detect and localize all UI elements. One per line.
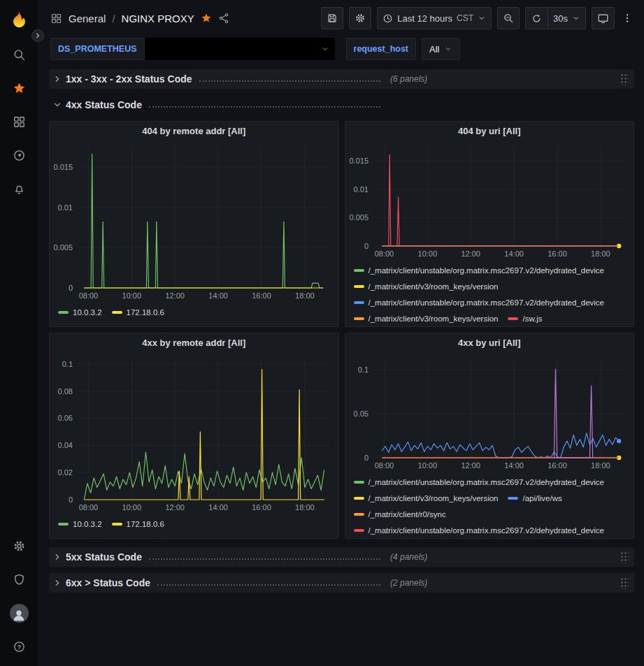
sidebar-item-dashboards[interactable] [0,105,38,138]
sidebar-item-configuration[interactable] [0,529,38,563]
legend-item[interactable]: 172.18.0.6 [112,304,164,320]
time-series-plot[interactable]: 08:0010:0012:0014:0016:0018:0000.050.1 [345,353,634,472]
row-drag-handle[interactable] [620,551,629,563]
legend-label: /_matrix/client/unstable/org.matrix.msc2… [368,526,605,535]
legend-item[interactable]: /_matrix/client/unstable/org.matrix.msc2… [354,474,605,490]
breadcrumb-folder[interactable]: General [69,13,106,24]
row-title: 6xx > Status Code [66,577,150,588]
legend-item[interactable]: /_matrix/client/unstable/org.matrix.msc2… [354,262,605,278]
favorite-star-button[interactable] [201,13,212,24]
breadcrumb-dashboard-title[interactable]: NGINX PROXY [122,13,194,24]
row-title: 4xx Status Code [66,99,142,110]
request-host-variable-dropdown[interactable]: All [422,38,460,60]
star-icon [13,82,26,95]
legend-swatch [508,317,518,320]
panel-404-by-uri: 404 by uri [All] 08:0010:0012:0014:0016:… [345,121,635,327]
legend-label: /api/live/ws [522,494,561,502]
legend-item[interactable]: /_matrix/client/v3/room_keys/version [354,490,499,506]
panel-404-by-remote-addr: 404 by remote addr [All] 08:0010:0012:00… [49,121,339,327]
sidebar-item-profile[interactable] [0,596,38,630]
datasource-variable-dropdown[interactable] [145,38,335,60]
topbar-actions: Last 12 hours CST 30s [321,7,634,29]
row-toggle-5xx[interactable]: 5xx Status Code (4 panels) [49,547,634,567]
row-title: 1xx - 3xx - 2xx Status Code [66,73,192,85]
sidebar-item-help[interactable]: ? [0,630,38,663]
legend-item[interactable]: /api/live/ws [508,490,561,506]
timezone-label: CST [457,13,473,23]
breadcrumb: General / NGINX PROXY [50,13,229,24]
row-toggle-1xx-3xx-2xx[interactable]: 1xx - 3xx - 2xx Status Code (6 panels) [49,69,634,89]
panel-title[interactable]: 404 by uri [All] [345,122,634,141]
svg-text:18:00: 18:00 [591,461,610,470]
zoom-out-time-button[interactable] [497,7,520,29]
legend-swatch [354,301,364,304]
dashboard-settings-button[interactable] [349,7,371,29]
sidebar-item-starred[interactable] [0,71,38,105]
svg-text:10:00: 10:00 [122,503,142,512]
legend-item[interactable]: /_matrix/client/unstable/org.matrix.msc2… [354,294,605,310]
legend-item[interactable]: /_matrix/client/v3/room_keys/version [354,310,499,326]
datasource-variable: DS_PROMETHEUS [50,38,335,60]
legend-swatch [112,523,122,526]
shield-icon [13,573,26,586]
panel-title[interactable]: 404 by remote addr [All] [50,122,338,141]
row-toggle-4xx[interactable]: 4xx Status Code [49,95,634,115]
legend-item[interactable]: 172.18.0.6 [112,516,164,532]
sidebar-item-alerting[interactable] [0,172,38,205]
flame-icon [10,10,29,29]
kiosk-mode-button[interactable] [592,7,615,29]
legend-label: /_matrix/client/v3/room_keys/version [368,314,499,323]
legend-swatch [354,481,364,484]
legend-item[interactable]: /_matrix/client/unstable/org.matrix.msc2… [354,522,605,538]
legend-item[interactable]: /sw.js [508,310,542,326]
more-options-button[interactable] [620,7,634,29]
svg-text:0: 0 [364,242,368,250]
time-series-plot[interactable]: 08:0010:0012:0014:0016:0018:0000.0050.01… [345,141,634,260]
row-drag-handle[interactable] [620,73,629,85]
row-dots [149,558,380,560]
time-range-picker[interactable]: Last 12 hours CST [377,7,492,29]
sidebar-item-explore[interactable] [0,138,38,172]
svg-text:14:00: 14:00 [504,461,524,470]
legend-label: 172.18.0.6 [127,520,164,528]
svg-text:14:00: 14:00 [504,249,524,258]
sidebar-item-server-admin[interactable] [0,563,38,596]
svg-text:12:00: 12:00 [461,249,480,258]
svg-text:08:00: 08:00 [374,461,394,470]
panel-title[interactable]: 4xx by uri [All] [345,333,634,353]
share-button[interactable] [218,13,229,24]
bell-icon [13,182,26,196]
refresh-button-group: 30s [525,7,586,29]
time-series-plot[interactable]: 08:0010:0012:0014:0016:0018:0000.020.040… [50,353,338,514]
row-toggle-6xx[interactable]: 6xx > Status Code (2 panels) [49,573,634,593]
dashboard-content: 1xx - 3xx - 2xx Status Code (6 panels) 4… [38,69,644,593]
legend-label: /_matrix/client/unstable/org.matrix.msc2… [368,478,605,486]
legend-item[interactable]: 10.0.3.2 [58,516,102,532]
svg-text:0.02: 0.02 [58,468,73,477]
svg-text:0: 0 [69,284,73,292]
legend-item[interactable]: /_matrix/client/r0/sync [354,506,446,522]
panel-title[interactable]: 4xx by remote addr [All] [50,333,338,353]
sidebar-expand-button[interactable] [31,29,44,42]
datasource-variable-label: DS_PROMETHEUS [50,38,145,60]
svg-text:18:00: 18:00 [295,291,315,300]
svg-text:0.05: 0.05 [353,410,368,418]
legend-swatch [354,497,364,500]
save-dashboard-button[interactable] [321,7,343,29]
request-host-variable-label: request_host [346,38,417,60]
panel-legend: 10.0.3.2172.18.0.6 [50,302,338,326]
svg-text:08:00: 08:00 [79,291,99,300]
legend-label: /_matrix/client/unstable/org.matrix.msc2… [368,266,605,275]
legend-item[interactable]: /_matrix/client/v3/room_keys/version [354,278,499,294]
row-panel-count: (2 panels) [390,578,427,588]
gear-icon [13,540,26,553]
time-series-plot[interactable]: 08:0010:0012:0014:0016:0018:0000.0050.01… [50,141,338,302]
save-icon [327,13,338,24]
refresh-button[interactable] [525,7,548,29]
refresh-interval-dropdown[interactable]: 30s [548,7,586,29]
svg-text:16:00: 16:00 [548,249,567,258]
row-drag-handle[interactable] [620,577,629,589]
svg-text:18:00: 18:00 [591,249,610,258]
legend-item[interactable]: 10.0.3.2 [58,304,102,320]
sidebar-item-search[interactable] [0,38,38,71]
